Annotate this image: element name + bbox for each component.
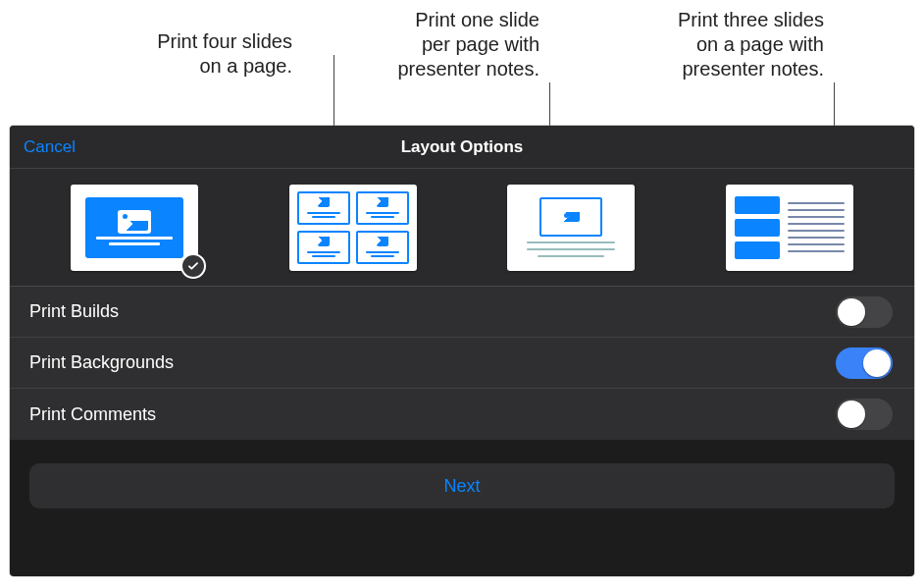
layout-full-slide[interactable] <box>71 185 198 271</box>
panel-footer: Next <box>10 440 914 532</box>
layout-chooser <box>10 169 914 287</box>
layout-four-up[interactable] <box>289 185 417 271</box>
option-label: Print Comments <box>29 404 156 425</box>
three-with-notes-preview-icon <box>735 192 845 263</box>
option-label: Print Backgrounds <box>29 352 174 373</box>
toggle-print-comments[interactable] <box>836 399 893 430</box>
slide-preview-icon <box>85 197 183 258</box>
toggle-print-backgrounds[interactable] <box>836 347 893 379</box>
next-button[interactable]: Next <box>29 463 895 508</box>
selected-check-icon <box>180 253 206 279</box>
option-print-comments: Print Comments <box>10 389 914 440</box>
layout-three-with-notes[interactable] <box>726 185 853 271</box>
one-with-notes-preview-icon <box>522 197 620 257</box>
options-list: Print Builds Print Backgrounds Print Com… <box>10 287 914 440</box>
callouts-area: Print four slides on a page. Print one s… <box>0 0 924 126</box>
callout-three-with-notes: Print three slides on a page with presen… <box>628 8 824 81</box>
option-print-backgrounds: Print Backgrounds <box>10 338 914 389</box>
toggle-print-builds[interactable] <box>836 296 893 328</box>
layout-one-with-notes[interactable] <box>507 185 635 271</box>
panel-header: Cancel Layout Options <box>10 126 914 169</box>
cancel-button[interactable]: Cancel <box>10 137 76 157</box>
option-label: Print Builds <box>29 301 119 322</box>
callout-four-up: Print four slides on a page. <box>86 29 292 79</box>
four-up-preview-icon <box>297 191 409 264</box>
panel-title: Layout Options <box>10 137 914 157</box>
callout-one-with-notes: Print one slide per page with presenter … <box>353 8 539 81</box>
layout-options-panel: Cancel Layout Options <box>10 126 914 576</box>
option-print-builds: Print Builds <box>10 287 914 338</box>
